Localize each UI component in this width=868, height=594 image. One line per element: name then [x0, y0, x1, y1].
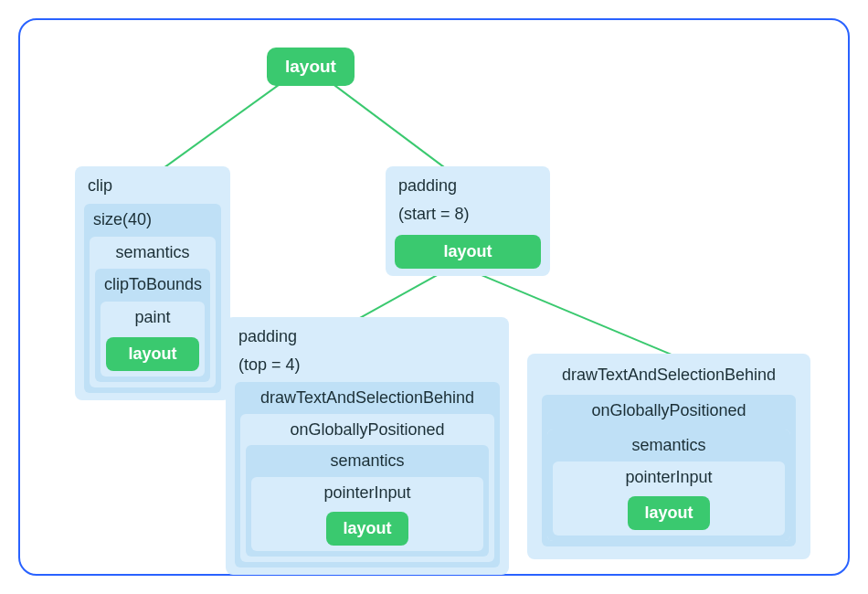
root-layout-node: layout [267, 48, 355, 86]
svg-line-2 [356, 274, 439, 320]
modifier-label-drawtext-br: drawTextAndSelectionBehind [536, 361, 801, 391]
modifier-nest-drawtext: drawTextAndSelectionBehind onGloballyPos… [235, 382, 500, 567]
modifier-label-ongpos-br: onGloballyPositioned [547, 398, 790, 427]
modifier-nest-semantics-br: semantics pointerInput layout [547, 430, 790, 541]
modifier-label-padding-top-line1: padding [235, 324, 500, 355]
modifier-label-semantics-br: semantics [553, 433, 785, 461]
modifier-nest-pointerinput-bl: pointerInput layout [251, 477, 483, 552]
modifier-nest-ongpos: onGloballyPositioned semantics pointerIn… [240, 414, 494, 563]
modifier-label-size: size(40) [90, 207, 216, 238]
modifier-label-semantics-bl: semantics [251, 449, 483, 477]
modifier-node-clip: clip size(40) semantics clipToBounds pai… [75, 166, 230, 400]
modifier-nest-semantics-br-outer: semantics pointerInput layout [547, 430, 790, 541]
layout-pill: layout [395, 235, 541, 269]
layout-pill: layout [326, 512, 408, 546]
modifier-label-padding-line1: padding [395, 174, 541, 204]
modifier-node-padding-start: padding (start = 8) layout [386, 166, 550, 276]
modifier-nest-cliptobounds: clipToBounds paint layout [95, 269, 210, 382]
modifier-nest-ongpos-br-outer: onGloballyPositioned semantics pointerIn… [536, 391, 801, 553]
layout-pill: layout [267, 48, 355, 86]
group-wrapper: onGloballyPositioned semantics pointerIn… [536, 391, 801, 553]
modifier-nest-ongpos-br: onGloballyPositioned semantics pointerIn… [542, 395, 796, 547]
modifier-label-semantics: semantics [95, 240, 210, 269]
modifier-node-padding-top: padding (top = 4) drawTextAndSelectionBe… [226, 317, 509, 575]
modifier-label-padding-top-line2: (top = 4) [235, 355, 500, 383]
modifier-nest-size: size(40) semantics clipToBounds paint la… [84, 204, 221, 393]
layout-pill: layout [106, 337, 199, 371]
modifier-node-drawtext-right: drawTextAndSelectionBehind onGloballyPos… [527, 354, 810, 559]
modifier-nest-semantics: semantics clipToBounds paint layout [90, 237, 216, 387]
modifier-nest-semantics-bl: semantics pointerInput layout [246, 445, 489, 557]
modifier-label-pointerinput-bl: pointerInput [257, 481, 478, 509]
layout-pill: layout [628, 496, 709, 530]
modifier-label-drawtext: drawTextAndSelectionBehind [240, 386, 494, 414]
modifier-label-clip: clip [84, 174, 221, 204]
modifier-label-ongpos: onGloballyPositioned [246, 418, 489, 446]
svg-line-1 [321, 75, 448, 170]
modifier-nest-pointerinput-br: pointerInput layout [553, 461, 785, 536]
modifier-label-paint: paint [106, 305, 199, 334]
svg-line-0 [161, 75, 292, 170]
diagram-frame: layout clip size(40) semantics clipToBou… [18, 18, 850, 576]
modifier-label-cliptobounds: clipToBounds [101, 272, 205, 302]
modifier-nest-paint: paint layout [101, 302, 205, 377]
modifier-label-padding-line2: (start = 8) [395, 204, 541, 232]
modifier-label-pointerinput-br: pointerInput [558, 465, 779, 493]
